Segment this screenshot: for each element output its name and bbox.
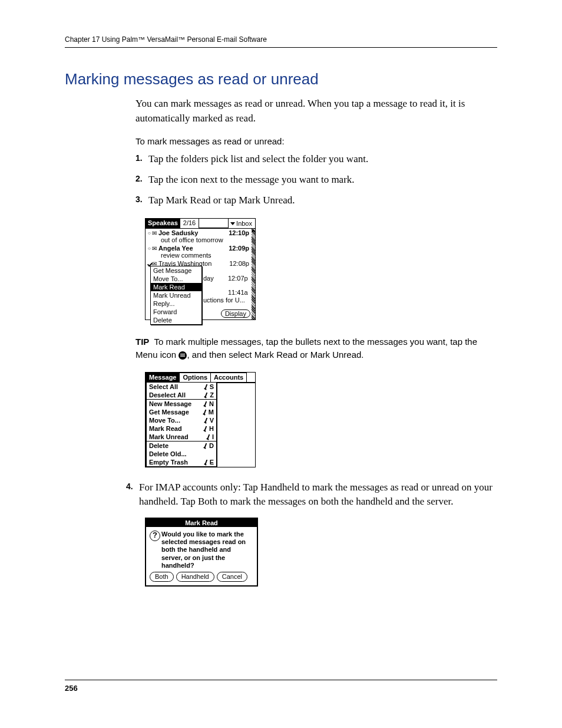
tab-message[interactable]: Message — [146, 373, 180, 382]
menu-item-select-all[interactable]: Select AllS — [147, 383, 216, 391]
step-3: 3. Tap Mark Read or tap Mark Unread. — [135, 193, 497, 208]
stroke-icon — [204, 392, 209, 398]
intro-text: You can mark messages as read or unread.… — [135, 97, 497, 126]
step-number: 3. — [135, 193, 148, 208]
stroke-icon — [203, 409, 208, 415]
screenshot-dialog: Mark Read Would you like to mark the sel… — [145, 518, 258, 587]
tip-block: TIP To mark multiple messages, tap the b… — [135, 335, 497, 361]
account-label[interactable]: Speakeas — [146, 219, 180, 228]
screenshot-inbox: Speakeas 2/16 Inbox ○ ✉ Joe Sadusky 12:1… — [145, 218, 256, 320]
message-time: 12:08p — [229, 260, 253, 267]
handheld-button[interactable]: Handheld — [176, 572, 214, 582]
menu-item-forward[interactable]: Forward — [151, 308, 201, 316]
menu-item-get-message[interactable]: Get Message — [151, 266, 201, 275]
question-icon — [150, 531, 160, 541]
menu-item-delete[interactable]: DeleteD — [147, 442, 216, 450]
message-row[interactable]: ○ ✉ Angela Yee 12:09p review comments — [146, 244, 255, 259]
menu-item-empty-trash[interactable]: Empty TrashE — [147, 458, 216, 466]
procedure-heading: To mark messages as read or unread: — [135, 136, 497, 146]
message-subject: out of office tomorrow — [148, 236, 253, 243]
dialog-title: Mark Read — [146, 519, 257, 527]
context-menu: Get Message Move To... Mark Read Mark Un… — [150, 266, 202, 325]
message-time: 11:41a — [228, 289, 248, 296]
display-button[interactable]: Display — [221, 309, 250, 318]
both-button[interactable]: Both — [150, 572, 174, 582]
stroke-icon — [207, 434, 211, 440]
step-number: 4. — [126, 480, 139, 509]
menu-item-move-to[interactable]: Move To... — [151, 275, 201, 283]
menu-item-delete-old[interactable]: Delete Old... — [147, 450, 216, 458]
menu-item-mark-unread[interactable]: Mark UnreadI — [147, 433, 216, 441]
tab-options[interactable]: Options — [180, 373, 211, 382]
dialog-body: Would you like to mark the selected mess… — [161, 531, 253, 569]
screenshot-menu: Message Options Accounts Select AllS Des… — [145, 372, 256, 467]
page-number: 256 — [65, 680, 497, 693]
folder-picklist[interactable]: Inbox — [228, 219, 255, 228]
message-time: 12:09p — [229, 245, 253, 252]
folder-label: Inbox — [236, 220, 252, 227]
step-2: 2. Tap the icon next to the message you … — [135, 173, 497, 187]
menu-item-deselect-all[interactable]: Deselect AllZ — [147, 391, 216, 399]
menu-item-delete[interactable]: Delete — [151, 316, 201, 324]
message-time: 12:07p — [228, 275, 248, 282]
envelope-icon[interactable]: ✉ — [150, 230, 158, 236]
menu-item-move-to[interactable]: Move To...V — [147, 416, 216, 424]
message-from: Angela Yee — [158, 245, 229, 252]
running-header: Chapter 17 Using Palm™ VersaMail™ Person… — [65, 35, 497, 48]
step-4: 4. For IMAP accounts only: Tap Handheld … — [126, 480, 497, 509]
stroke-icon — [204, 426, 209, 431]
message-subject: review comments — [148, 252, 253, 259]
menubar: Message Options Accounts — [146, 373, 255, 383]
menu-item-mark-read[interactable]: Mark Read — [151, 283, 201, 291]
stroke-icon — [204, 417, 209, 423]
menu-item-get-message[interactable]: Get MessageM — [147, 408, 216, 416]
step-text: Tap the folders pick list and select the… — [148, 152, 497, 167]
menu-item-mark-read[interactable]: Mark ReadH — [147, 424, 216, 433]
tip-label: TIP — [135, 337, 149, 347]
message-time: day — [203, 275, 214, 282]
tip-text-after: , and then select Mark Read or Mark Unre… — [187, 350, 363, 360]
stroke-icon — [204, 443, 209, 449]
menu-item-mark-unread[interactable]: Mark Unread — [151, 291, 201, 299]
stroke-icon — [204, 459, 209, 465]
message-menu-dropdown: Select AllS Deselect AllZ New MessageN G… — [146, 383, 217, 467]
menu-item-new-message[interactable]: New MessageN — [147, 400, 216, 408]
message-row[interactable]: ○ ✉ Joe Sadusky 12:10p out of office tom… — [146, 229, 255, 244]
step-number: 2. — [135, 173, 148, 187]
step-text: For IMAP accounts only: Tap Handheld to … — [139, 480, 497, 509]
stroke-icon — [204, 384, 209, 390]
step-text: Tap the icon next to the message you wan… — [148, 173, 497, 187]
header-date: 2/16 — [180, 219, 199, 228]
chevron-down-icon — [230, 222, 235, 225]
envelope-icon[interactable]: ✉ — [150, 245, 158, 252]
section-title: Marking messages as read or unread — [65, 70, 497, 88]
cancel-button[interactable]: Cancel — [217, 572, 247, 582]
stroke-icon — [204, 401, 209, 407]
message-from: Joe Sadusky — [158, 229, 229, 236]
menu-icon — [178, 351, 187, 360]
message-time: 12:10p — [229, 229, 253, 236]
step-number: 1. — [135, 152, 148, 167]
message-subject: uctions for U... — [203, 297, 245, 304]
menu-item-reply[interactable]: Reply... — [151, 299, 201, 308]
step-1: 1. Tap the folders pick list and select … — [135, 152, 497, 167]
tab-accounts[interactable]: Accounts — [211, 373, 247, 382]
step-text: Tap Mark Read or tap Mark Unread. — [148, 193, 497, 208]
